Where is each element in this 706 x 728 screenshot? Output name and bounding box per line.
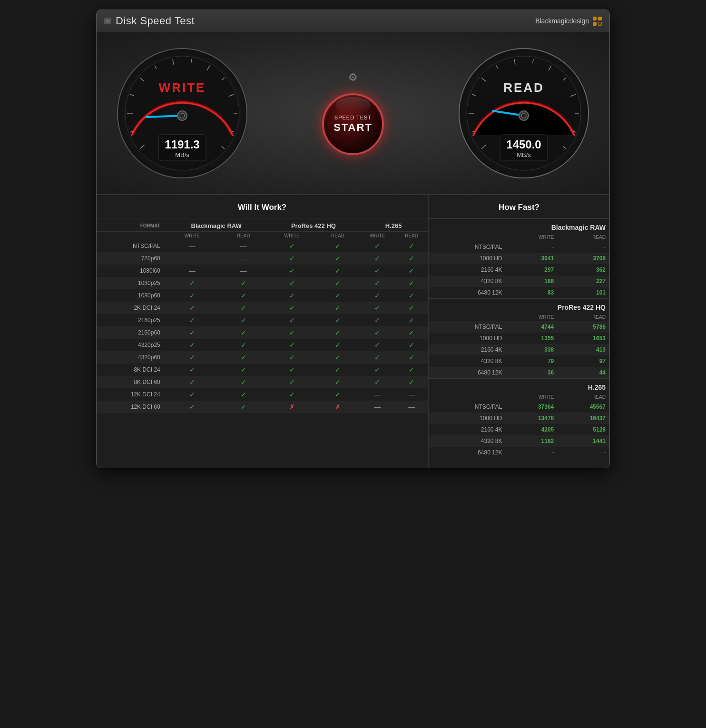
fast-table-row: 2160 4K338413 (429, 344, 609, 355)
fast-group-label: ProRes 422 HQ (429, 299, 609, 314)
fast-value-cell: 37364 (506, 401, 558, 413)
h265-col-header: H.265 (359, 218, 428, 232)
will-value-cell: ✓ (165, 364, 219, 376)
brand-dot-1 (593, 17, 597, 20)
fast-value-cell: 186 (506, 275, 558, 287)
format-name-cell: 8K DCI 24 (97, 364, 165, 376)
format-name-cell: 2160p25 (97, 314, 165, 326)
will-table-row: 4320p25✓✓✓✓✓✓ (97, 339, 428, 351)
fast-table-row: 6480 12K83101 (429, 287, 609, 299)
brand-logo: Blackmagicdesign (535, 17, 602, 26)
fast-format-name: 2160 4K (429, 344, 506, 355)
fast-format-name: 4320 8K (429, 355, 506, 367)
will-value-cell: ✓ (395, 277, 428, 289)
fast-col-header-cell: WRITE (506, 313, 558, 321)
will-value-cell: — (359, 388, 395, 401)
will-value-cell: ✓ (268, 388, 316, 401)
will-value-cell: — (219, 265, 268, 277)
will-value-cell: ✓ (219, 339, 268, 351)
fast-format-name: NTSC/PAL (429, 401, 506, 413)
fast-col-header-cell: READ (558, 313, 609, 321)
braw-read-sub: READ (219, 232, 268, 240)
will-value-cell: — (165, 252, 219, 265)
will-table-row: 2K DCI 24✓✓✓✓✓✓ (97, 302, 428, 314)
will-value-cell: ✓ (395, 376, 428, 388)
fast-format-name: 4320 8K (429, 275, 506, 287)
fast-table-row: NTSC/PAL47445786 (429, 321, 609, 333)
will-value-cell: — (219, 252, 268, 265)
will-value-cell: — (219, 240, 268, 252)
will-value-cell: ✓ (316, 289, 360, 302)
center-controls: ⚙ SPEED TEST START (322, 71, 384, 155)
fast-value-cell: 1182 (506, 435, 558, 447)
will-value-cell: ✓ (219, 277, 268, 289)
fast-col-header-cell: READ (558, 233, 609, 241)
brand-dot-2 (598, 17, 602, 20)
will-value-cell: ✓ (165, 289, 219, 302)
will-value-cell: ✓ (316, 339, 360, 351)
will-value-cell: ✓ (316, 314, 360, 326)
braw-write-sub: WRITE (165, 232, 219, 240)
will-value-cell: ✓ (219, 289, 268, 302)
will-value-cell: ✓ (316, 364, 360, 376)
will-it-work-panel: Will It Work? FORMAT Blackmagic RAW ProR… (97, 195, 429, 468)
will-value-cell: ✓ (165, 401, 219, 413)
will-table-row: 8K DCI 24✓✓✓✓✓✓ (97, 364, 428, 376)
format-name-cell: 1080p25 (97, 277, 165, 289)
fast-value-cell: 83 (506, 287, 558, 299)
fast-format-name: 1080 HD (429, 253, 506, 264)
fast-value-cell: 4205 (506, 424, 558, 435)
fast-format-name: 6480 12K (429, 447, 506, 458)
read-gauge: READ 1450.0 MB/s (457, 47, 590, 180)
will-value-cell: ✓ (165, 351, 219, 364)
braw-col-header: Blackmagic RAW (165, 218, 268, 232)
will-value-cell: ✓ (219, 364, 268, 376)
fast-value-cell: 362 (558, 264, 609, 275)
will-value-cell: ✓ (395, 289, 428, 302)
will-value-cell: ✓ (165, 376, 219, 388)
fast-format-name: 1080 HD (429, 413, 506, 424)
fast-value-cell: 13478 (506, 413, 558, 424)
will-value-cell: ✓ (395, 252, 428, 265)
will-value-cell: ✓ (219, 302, 268, 314)
will-value-cell: ✓ (268, 339, 316, 351)
will-value-cell: — (359, 401, 395, 413)
will-value-cell: ✓ (219, 376, 268, 388)
will-value-cell: ✓ (268, 364, 316, 376)
will-value-cell: ✓ (359, 314, 395, 326)
svg-point-42 (521, 113, 526, 118)
start-button[interactable]: SPEED TEST START (322, 93, 384, 155)
will-it-work-title: Will It Work? (97, 195, 428, 218)
fast-col-header-row: WRITEREAD (429, 393, 609, 401)
h265-write-sub: WRITE (359, 232, 395, 240)
will-value-cell: — (165, 265, 219, 277)
will-value-cell: ✓ (316, 252, 360, 265)
fast-value-cell: 5786 (558, 321, 609, 333)
format-name-cell: NTSC/PAL (97, 240, 165, 252)
svg-text:1450.0: 1450.0 (506, 138, 541, 151)
settings-icon[interactable]: ⚙ (348, 71, 358, 84)
will-value-cell: ✓ (359, 289, 395, 302)
fast-value-cell: 413 (558, 344, 609, 355)
fast-table-row: 4320 8K11821441 (429, 435, 609, 447)
format-name-cell: 1080p60 (97, 289, 165, 302)
svg-text:MB/s: MB/s (175, 151, 189, 158)
will-value-cell: ✓ (268, 326, 316, 339)
fast-table-row: NTSC/PAL-- (429, 241, 609, 253)
will-value-cell: ✓ (359, 277, 395, 289)
fast-value-cell: 3041 (506, 253, 558, 264)
fast-value-cell: 227 (558, 275, 609, 287)
format-name-cell: 12K DCI 24 (97, 388, 165, 401)
fast-col-header-cell: WRITE (506, 393, 558, 401)
will-value-cell: ✓ (316, 265, 360, 277)
close-button[interactable]: × (104, 18, 111, 24)
fast-value-cell: 45567 (558, 401, 609, 413)
svg-point-19 (180, 113, 185, 118)
fast-format-name: 6480 12K (429, 367, 506, 379)
fast-table-row: NTSC/PAL3736445567 (429, 401, 609, 413)
fast-col-header-cell: READ (558, 393, 609, 401)
fast-table-row: 1080 HD1347816437 (429, 413, 609, 424)
will-value-cell: ✗ (316, 401, 360, 413)
will-value-cell: ✓ (268, 289, 316, 302)
fast-col-header-cell (429, 233, 506, 241)
